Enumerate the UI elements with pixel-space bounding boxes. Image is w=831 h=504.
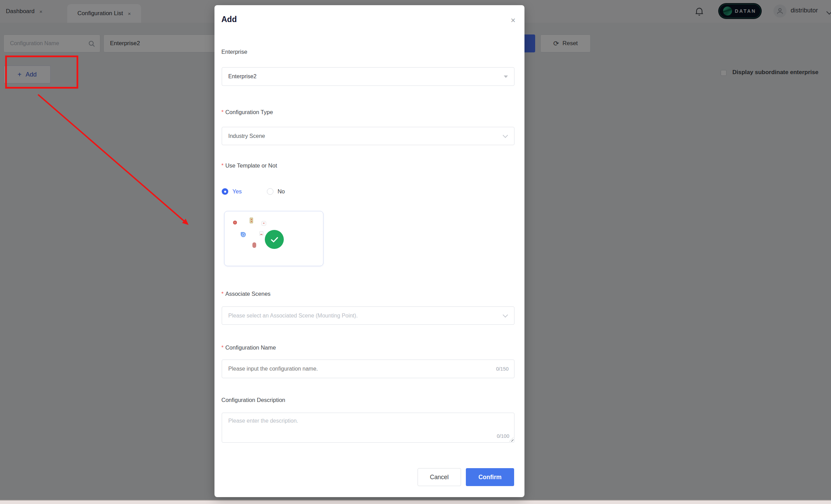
configuration-name-field[interactable]: 0/150	[222, 360, 514, 378]
radio-no[interactable]	[267, 188, 273, 195]
thumb-box-icon	[259, 231, 263, 236]
configuration-name-counter: 0/150	[496, 366, 509, 372]
thumb-valve-icon	[233, 221, 237, 224]
confirm-button-label: Confirm	[478, 474, 501, 481]
configuration-description-field[interactable]: 0/100	[222, 413, 514, 443]
screen: Dashboard × Configuration List × DATAN d…	[0, 0, 831, 504]
thumb-tank-icon	[252, 242, 256, 248]
configuration-type-label-text: Configuration Type	[225, 109, 273, 115]
chevron-down-icon	[503, 132, 508, 138]
associate-scenes-placeholder: Please select an Associated Scene (Mount…	[228, 313, 358, 319]
template-selected-check-icon	[265, 230, 284, 249]
configuration-name-input[interactable]	[228, 366, 477, 372]
configuration-description-input[interactable]	[222, 413, 514, 442]
radio-yes[interactable]	[222, 188, 228, 195]
configuration-description-label: Configuration Description	[221, 397, 285, 403]
chevron-down-icon	[503, 312, 508, 317]
enterprise-label-text: Enterprise	[221, 49, 247, 55]
configuration-name-label-text: Configuration Name	[225, 344, 276, 351]
modal-title: Add	[221, 15, 237, 24]
associate-scenes-label: * Associate Scenes	[221, 291, 271, 297]
use-template-label: * Use Template or Not	[221, 162, 277, 169]
configuration-type-label: * Configuration Type	[221, 109, 273, 115]
annotation-highlight-box	[5, 56, 78, 89]
configuration-type-value: Industry Scene	[228, 133, 265, 139]
required-asterisk: *	[221, 344, 223, 351]
thumb-panel-icon	[261, 221, 266, 226]
radio-yes-label[interactable]: Yes	[232, 188, 242, 195]
configuration-name-label: * Configuration Name	[221, 344, 276, 351]
associate-scenes-select[interactable]: Please select an Associated Scene (Mount…	[222, 306, 514, 325]
caret-down-icon	[504, 75, 508, 78]
cancel-button[interactable]: Cancel	[418, 468, 461, 486]
radio-no-label[interactable]: No	[278, 188, 285, 195]
configuration-type-select[interactable]: Industry Scene	[222, 127, 514, 145]
use-template-label-text: Use Template or Not	[225, 162, 277, 169]
modal-close-icon[interactable]: ×	[511, 16, 515, 25]
confirm-button[interactable]: Confirm	[466, 468, 514, 486]
enterprise-select-value: Enterprise2	[228, 73, 257, 80]
configuration-description-counter: 0/100	[497, 433, 509, 439]
thumb-pump-icon	[241, 232, 246, 237]
thumb-meter-icon	[250, 218, 253, 223]
window-bottom-edge	[0, 500, 831, 504]
add-modal: Add × Enterprise Enterprise2 * Configura…	[214, 5, 524, 497]
use-template-radio-group: Yes No	[222, 188, 285, 195]
cancel-button-label: Cancel	[430, 474, 449, 481]
required-asterisk: *	[221, 109, 223, 115]
enterprise-select[interactable]: Enterprise2	[222, 67, 514, 86]
required-asterisk: *	[221, 162, 223, 169]
required-asterisk: *	[221, 291, 223, 297]
configuration-description-label-text: Configuration Description	[221, 397, 285, 403]
enterprise-label: Enterprise	[221, 49, 247, 55]
associate-scenes-label-text: Associate Scenes	[225, 291, 270, 297]
template-thumbnail[interactable]	[224, 211, 323, 266]
